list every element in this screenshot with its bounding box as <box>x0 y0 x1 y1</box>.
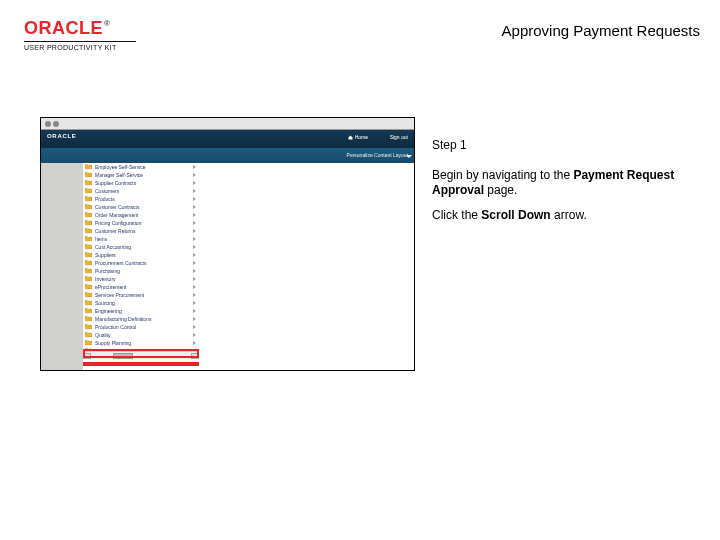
chevron-right-icon <box>193 213 196 217</box>
chevron-right-icon <box>193 229 196 233</box>
folder-icon <box>85 340 92 345</box>
chrome-dot-icon <box>45 121 51 127</box>
chrome-dot-icon <box>53 121 59 127</box>
tree-item[interactable]: Cost Accounting <box>83 243 199 251</box>
chevron-right-icon <box>193 285 196 289</box>
p2-prefix: Click the <box>432 208 481 222</box>
tree-item-label: Supplier Contracts <box>95 180 136 186</box>
folder-icon <box>85 308 92 313</box>
tree-item-label: Manufacturing Definitions <box>95 316 151 322</box>
tree-item-label: Supply Planning <box>95 340 131 346</box>
folder-icon <box>85 228 92 233</box>
chevron-right-icon <box>193 277 196 281</box>
app-header: ORACLE Home Sign out <box>41 130 414 148</box>
chevron-right-icon <box>193 205 196 209</box>
scroll-left-button[interactable] <box>83 353 91 359</box>
step-label: Step 1 <box>432 138 692 153</box>
app-brand: ORACLE <box>47 133 77 139</box>
folder-icon <box>85 164 92 169</box>
tree-item[interactable]: Purchasing <box>83 267 199 275</box>
tree-item-label: Items <box>95 236 107 242</box>
horizontal-scrollbar[interactable] <box>83 351 199 359</box>
tree-item[interactable]: Supply Planning <box>83 339 199 347</box>
tree-item-label: Cost Accounting <box>95 244 131 250</box>
tree-item-label: Suppliers <box>95 252 116 258</box>
chevron-right-icon <box>193 333 196 337</box>
instruction-line-1: Begin by navigating to the Payment Reque… <box>432 168 692 198</box>
tree-item-label: Customers <box>95 188 119 194</box>
nav-tree: Employee Self-ServiceManager Self-Servic… <box>83 163 199 359</box>
tree-item[interactable]: Customer Returns <box>83 227 199 235</box>
folder-icon <box>85 332 92 337</box>
tree-item[interactable]: Quality <box>83 331 199 339</box>
tree-item[interactable]: Suppliers <box>83 251 199 259</box>
folder-icon <box>85 188 92 193</box>
breadcrumb[interactable]: Personalize Content Layout <box>347 152 408 158</box>
chevron-right-icon <box>193 173 196 177</box>
folder-icon <box>85 316 92 321</box>
tree-item-label: Services Procurement <box>95 292 144 298</box>
tree-item[interactable]: Customer Contracts <box>83 203 199 211</box>
logo-subtext: USER PRODUCTIVITY KIT <box>24 41 136 51</box>
folder-icon <box>85 276 92 281</box>
tree-item[interactable]: Customers <box>83 187 199 195</box>
tree-item[interactable]: Pricing Configuration <box>83 219 199 227</box>
chevron-right-icon <box>193 237 196 241</box>
chevron-right-icon <box>193 197 196 201</box>
tree-item-label: Customer Returns <box>95 228 136 234</box>
chevron-right-icon <box>193 269 196 273</box>
folder-icon <box>85 220 92 225</box>
signout-link[interactable]: Sign out <box>390 134 408 140</box>
tree-item[interactable]: Products <box>83 195 199 203</box>
p2-bold: Scroll Down <box>481 208 550 222</box>
tree-item[interactable]: Procurement Contracts <box>83 259 199 267</box>
tree-item-label: Quality <box>95 332 111 338</box>
scroll-right-button[interactable] <box>191 353 199 359</box>
folder-icon <box>85 236 92 241</box>
folder-icon <box>85 268 92 273</box>
tree-item[interactable]: Inventory <box>83 275 199 283</box>
folder-icon <box>85 212 92 217</box>
tree-item-label: Production Control <box>95 324 136 330</box>
tree-item[interactable]: Services Procurement <box>83 291 199 299</box>
chevron-right-icon <box>193 325 196 329</box>
tree-item[interactable]: Manager Self-Service <box>83 171 199 179</box>
chevron-right-icon <box>193 189 196 193</box>
chevron-right-icon <box>193 309 196 313</box>
tree-item-label: Sourcing <box>95 300 115 306</box>
chevron-right-icon <box>193 181 196 185</box>
tree-item-label: Inventory <box>95 276 116 282</box>
chevron-right-icon <box>193 221 196 225</box>
folder-icon <box>85 284 92 289</box>
home-icon <box>348 135 353 140</box>
tree-item-label: Purchasing <box>95 268 120 274</box>
p1-suffix: page. <box>484 183 517 197</box>
scroll-thumb[interactable] <box>113 353 133 359</box>
home-link[interactable]: Home <box>348 134 368 140</box>
tree-item-label: Pricing Configuration <box>95 220 141 226</box>
tree-item-label: Engineering <box>95 308 122 314</box>
tree-item[interactable]: Supplier Contracts <box>83 179 199 187</box>
browser-chrome <box>41 118 414 130</box>
tree-item[interactable]: Production Control <box>83 323 199 331</box>
app-screenshot: Favorites d ORACLE Home Sign out Persona… <box>40 117 415 371</box>
tree-item-label: Manager Self-Service <box>95 172 143 178</box>
product-logo: ORACLE USER PRODUCTIVITY KIT <box>24 18 136 51</box>
tree-item[interactable]: eProcurement <box>83 283 199 291</box>
folder-icon <box>85 196 92 201</box>
page: ORACLE USER PRODUCTIVITY KIT Approving P… <box>0 0 720 540</box>
folder-icon <box>85 292 92 297</box>
instruction-line-2: Click the Scroll Down arrow. <box>432 208 692 223</box>
tree-item[interactable]: Manufacturing Definitions <box>83 315 199 323</box>
tree-item-label: eProcurement <box>95 284 126 290</box>
tree-item[interactable]: Order Management <box>83 211 199 219</box>
tree-item-label: Products <box>95 196 115 202</box>
folder-icon <box>85 260 92 265</box>
tree-item[interactable]: Employee Self-Service <box>83 163 199 171</box>
tree-item-label: Order Management <box>95 212 138 218</box>
tree-item[interactable]: Engineering <box>83 307 199 315</box>
folder-icon <box>85 324 92 329</box>
tree-item[interactable]: Sourcing <box>83 299 199 307</box>
home-label: Home <box>355 134 368 140</box>
tree-item[interactable]: Items <box>83 235 199 243</box>
